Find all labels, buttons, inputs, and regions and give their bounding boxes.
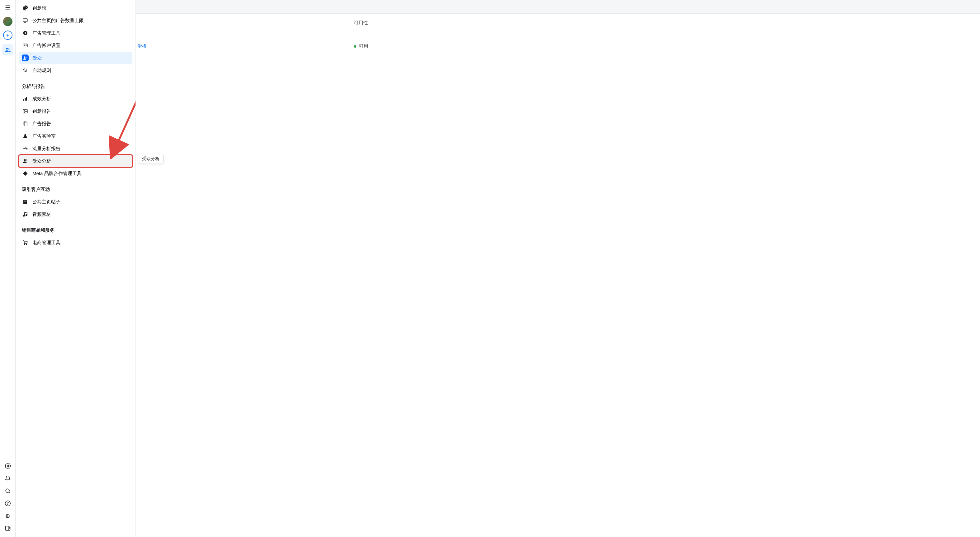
svg-point-29 xyxy=(25,71,27,72)
svg-rect-22 xyxy=(23,44,27,47)
menu-label: 广告实验室 xyxy=(32,133,56,139)
flask-icon xyxy=(22,133,29,140)
music-icon xyxy=(22,211,29,218)
svg-rect-41 xyxy=(24,200,27,201)
menu-label: 受众分析 xyxy=(32,158,51,164)
section-header-engage: 吸引客户互动 xyxy=(19,180,132,195)
svg-rect-36 xyxy=(24,122,27,126)
svg-rect-42 xyxy=(24,202,27,202)
main-toolbar xyxy=(136,0,980,14)
svg-point-44 xyxy=(26,214,27,216)
palette-icon xyxy=(22,5,29,11)
menu-item-automated-rules[interactable]: 自动规则 xyxy=(19,64,132,76)
menu-item-creative-report[interactable]: 创意报告 xyxy=(19,105,132,118)
menu-label: 受众 xyxy=(32,55,42,61)
menu-label: 广告帐户设置 xyxy=(32,43,60,49)
menu-label: 流量分析报告 xyxy=(32,146,60,152)
main-content: 可用性 滑板 可用 xyxy=(136,0,980,537)
svg-point-5 xyxy=(6,48,8,50)
id-icon xyxy=(22,42,29,49)
hamburger-button[interactable] xyxy=(2,2,13,13)
diamond-icon xyxy=(22,170,29,177)
sidebar-panel: 创意馆 公共主页的广告数量上限 广告管理工具 广告帐户设置 受众 自动规则 xyxy=(16,0,136,537)
menu-label: 公共主页的广告数量上限 xyxy=(32,18,84,24)
create-button[interactable] xyxy=(3,30,13,40)
menu-item-ad-report[interactable]: 广告报告 xyxy=(19,118,132,130)
menu-label: 自动规则 xyxy=(32,68,51,73)
status-label: 可用 xyxy=(359,43,368,49)
monitor-icon xyxy=(22,17,29,24)
svg-point-8 xyxy=(6,489,10,493)
menu-label: 成效分析 xyxy=(32,96,51,102)
availability-column: 可用性 xyxy=(354,14,368,31)
menu-item-ad-account-settings[interactable]: 广告帐户设置 xyxy=(19,39,132,52)
bell-icon[interactable] xyxy=(4,475,11,482)
menu-item-ads-manager[interactable]: 广告管理工具 xyxy=(19,27,132,39)
svg-rect-31 xyxy=(25,98,26,101)
sidebar-scroll[interactable]: 创意馆 公共主页的广告数量上限 广告管理工具 广告帐户设置 受众 自动规则 xyxy=(16,0,135,537)
activity-icon xyxy=(22,145,29,152)
menu-item-page-ad-limit[interactable]: 公共主页的广告数量上限 xyxy=(19,14,132,27)
availability-header: 可用性 xyxy=(354,14,368,31)
section-header-analysis: 分析与报告 xyxy=(19,76,132,92)
svg-point-6 xyxy=(8,48,10,49)
person-icon xyxy=(22,157,29,164)
left-rail xyxy=(0,0,16,537)
bar-icon xyxy=(22,95,29,102)
panel-icon[interactable] xyxy=(4,524,11,532)
search-icon[interactable] xyxy=(4,487,11,495)
tooltip-audience-insights: 受众分析 xyxy=(138,154,164,164)
doc-icon xyxy=(22,120,29,127)
menu-label: 创意报告 xyxy=(32,108,51,114)
svg-rect-39 xyxy=(27,160,27,161)
svg-point-23 xyxy=(24,45,25,46)
svg-point-28 xyxy=(24,69,25,70)
svg-point-17 xyxy=(9,529,10,529)
menu-label: 电商管理工具 xyxy=(32,240,60,246)
menu-label: 公共主页帖子 xyxy=(32,199,60,205)
menu-item-sound-collection[interactable]: 音频素材 xyxy=(19,208,132,221)
svg-point-21 xyxy=(25,32,26,34)
section-header-sales: 销售商品和服务 xyxy=(19,221,132,237)
menu-item-commerce-manager[interactable]: 电商管理工具 xyxy=(19,237,132,249)
svg-point-45 xyxy=(24,244,25,245)
menu-label: 创意馆 xyxy=(32,5,46,11)
bug-icon[interactable] xyxy=(4,512,11,520)
svg-rect-38 xyxy=(26,159,27,161)
menu-label: 广告报告 xyxy=(32,121,51,127)
audience-icon xyxy=(22,54,29,61)
menu-item-experiments[interactable]: 广告实验室 xyxy=(19,130,132,142)
audience-rail-button[interactable] xyxy=(2,44,13,56)
svg-point-7 xyxy=(7,466,8,467)
svg-point-46 xyxy=(26,244,27,245)
svg-point-27 xyxy=(25,57,27,58)
menu-item-insights[interactable]: 成效分析 xyxy=(19,92,132,105)
status-cell: 可用 xyxy=(354,43,368,49)
svg-rect-30 xyxy=(23,99,24,101)
settings-icon[interactable] xyxy=(4,462,11,470)
page-icon xyxy=(22,199,29,205)
svg-line-9 xyxy=(9,492,10,493)
menu-item-creative-hub[interactable]: 创意馆 xyxy=(19,2,132,14)
menu-item-brand-collabs[interactable]: Meta 品牌合作管理工具 xyxy=(19,167,132,180)
help-icon[interactable] xyxy=(4,500,11,507)
row-link-skateboard[interactable]: 滑板 xyxy=(137,43,147,49)
menu-item-page-posts[interactable]: 公共主页帖子 xyxy=(19,195,132,208)
menu-label: 广告管理工具 xyxy=(32,30,60,36)
avatar[interactable] xyxy=(3,17,13,26)
svg-point-26 xyxy=(24,56,25,58)
menu-item-audience[interactable]: 受众 xyxy=(19,52,132,64)
menu-label: Meta 品牌合作管理工具 xyxy=(32,171,82,176)
svg-point-34 xyxy=(24,110,25,111)
svg-rect-14 xyxy=(5,526,10,530)
target-icon xyxy=(22,30,29,37)
svg-rect-32 xyxy=(26,97,27,101)
image-icon xyxy=(22,108,29,114)
menu-item-audience-insights[interactable]: 受众分析 xyxy=(19,155,132,167)
svg-point-16 xyxy=(9,527,10,528)
rail-bottom xyxy=(3,455,12,537)
menu-item-traffic-report[interactable]: 流量分析报告 xyxy=(19,142,132,155)
menu-label: 音频素材 xyxy=(32,211,51,218)
status-dot-icon xyxy=(354,45,356,48)
cart-icon xyxy=(22,239,29,246)
